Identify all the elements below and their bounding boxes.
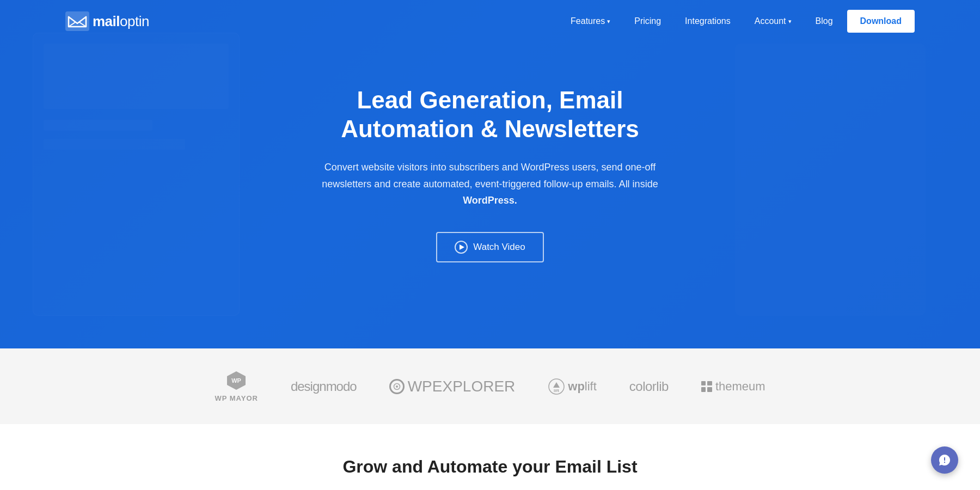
hero-subtitle: Convert website visitors into subscriber… — [310, 159, 670, 209]
partner-colorlib[interactable]: colorlib — [629, 379, 669, 394]
colorlib-text: colorlib — [629, 379, 669, 394]
svg-point-4 — [396, 385, 398, 388]
watch-video-label: Watch Video — [473, 242, 525, 253]
nav-pricing[interactable]: Pricing — [624, 11, 671, 32]
svg-text:WP: WP — [231, 377, 241, 384]
site-header: mailoptin Features ▾ Pricing Integration… — [0, 0, 980, 42]
partner-designmodo[interactable]: designmodo — [291, 379, 357, 394]
partner-wp-mayor[interactable]: WP WP MAYOR — [215, 370, 258, 402]
hero-title: Lead Generation, Email Automation & News… — [310, 86, 670, 144]
wplift-icon: lift wplift — [548, 378, 597, 395]
wp-mayor-label: WP MAYOR — [215, 394, 258, 402]
wplift-logo-icon: lift — [548, 378, 565, 395]
svg-text:lift: lift — [554, 388, 559, 393]
colorlib-icon: colorlib — [629, 379, 669, 394]
logo-text: mailoptin — [93, 13, 149, 30]
themeum-grid-icon — [701, 381, 712, 392]
themeum-icon: themeum — [701, 379, 765, 394]
main-nav: Features ▾ Pricing Integrations Account … — [561, 10, 915, 33]
designmodo-icon: designmodo — [291, 379, 357, 394]
partner-wplift[interactable]: lift wplift — [548, 378, 597, 395]
partners-section: WP WP MAYOR designmodo WPEXPLORER — [0, 348, 980, 424]
features-chevron-icon: ▾ — [607, 18, 610, 25]
play-triangle-icon — [460, 244, 464, 250]
hero-section: Lead Generation, Email Automation & News… — [0, 0, 980, 348]
svg-marker-6 — [553, 382, 560, 388]
chat-support-button[interactable] — [931, 446, 958, 474]
partner-themeum[interactable]: themeum — [701, 379, 765, 394]
designmodo-text: designmodo — [291, 379, 357, 394]
bottom-title: Grow and Automate your Email List — [65, 457, 915, 477]
nav-account[interactable]: Account ▾ — [745, 11, 801, 32]
nav-integrations[interactable]: Integrations — [675, 11, 740, 32]
play-circle-icon — [455, 241, 468, 254]
download-button[interactable]: Download — [847, 10, 915, 33]
wpexplorer-circle — [389, 379, 405, 394]
partner-wpexplorer[interactable]: WPEXPLORER — [389, 378, 516, 395]
nav-features[interactable]: Features ▾ — [561, 11, 620, 32]
watch-video-button[interactable]: Watch Video — [436, 232, 543, 262]
logo[interactable]: mailoptin — [65, 11, 149, 31]
bottom-section: Grow and Automate your Email List — [0, 424, 980, 490]
hero-content: Lead Generation, Email Automation & News… — [299, 86, 681, 262]
wplift-text: wplift — [568, 379, 597, 394]
wp-mayor-icon: WP — [226, 370, 247, 391]
wpexplorer-icon: WPEXPLORER — [389, 378, 516, 395]
themeum-text: themeum — [715, 379, 765, 394]
account-chevron-icon: ▾ — [788, 18, 792, 25]
nav-blog[interactable]: Blog — [806, 11, 843, 32]
wpexplorer-label: WPEXPLORER — [408, 378, 516, 395]
chat-icon — [938, 454, 951, 467]
